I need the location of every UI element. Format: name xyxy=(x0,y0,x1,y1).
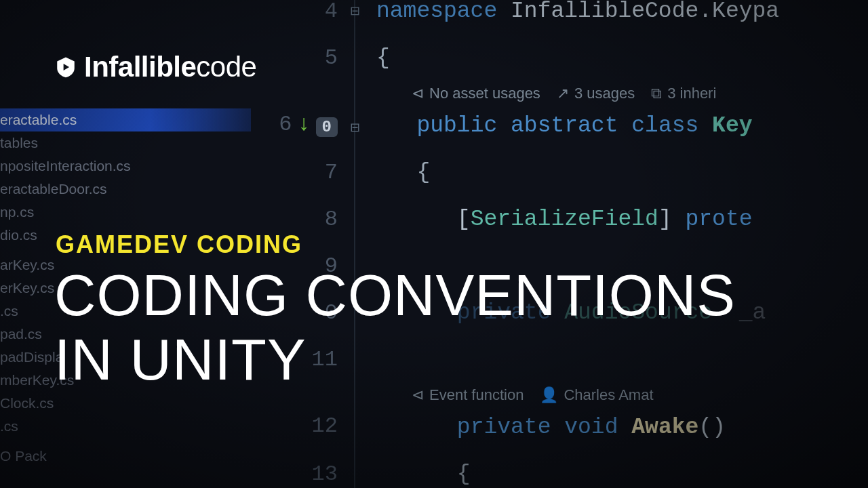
usage-count-badge: 0 xyxy=(316,117,338,137)
line-number: 7 xyxy=(264,149,346,196)
code-line: namespace InfallibleCode.Keypa xyxy=(376,0,868,35)
line-number: 13 xyxy=(264,451,346,488)
code-lens[interactable]: ⊲No asset usages ↗3 usages ⧉3 inheri xyxy=(376,81,868,102)
file-item[interactable]: npositeInteraction.cs xyxy=(0,155,251,178)
code-editor[interactable]: namespace InfallibleCode.Keypa { ⊲No ass… xyxy=(376,0,868,488)
code-line: { xyxy=(376,451,868,488)
line-number: 6 ↓ 0 xyxy=(264,81,346,149)
title-text: CODING CONVENTIONS IN UNITY xyxy=(54,263,736,392)
file-item[interactable] xyxy=(0,438,251,445)
file-item[interactable]: np.cs xyxy=(0,201,251,224)
brand-text: Infalliblecode xyxy=(84,51,256,83)
line-number: 4 xyxy=(264,0,346,35)
line-number: 5 xyxy=(264,35,346,81)
file-item[interactable]: Clock.cs xyxy=(0,392,251,415)
file-item[interactable]: eractableDoor.cs xyxy=(0,178,251,201)
file-item[interactable]: O Pack xyxy=(0,445,251,468)
code-line: { xyxy=(376,149,868,196)
code-line: public abstract class Key xyxy=(376,102,868,149)
code-line: private void Awake() xyxy=(376,404,868,451)
file-item[interactable]: tables xyxy=(0,131,251,155)
overline-text: GAMEDEV CODING xyxy=(56,230,302,259)
fold-toggle-icon[interactable]: ⊟ xyxy=(348,4,361,18)
brand-logo: Infalliblecode xyxy=(54,51,256,83)
logo-mark-icon xyxy=(54,56,77,79)
line-number: 12 xyxy=(264,383,346,451)
external-link-icon: ↗ xyxy=(557,85,569,102)
file-item-selected[interactable]: eractable.cs xyxy=(0,108,251,131)
unity-icon: ⊲ xyxy=(412,85,424,102)
file-item[interactable]: .cs xyxy=(0,415,251,438)
fold-column xyxy=(354,0,355,488)
inherit-icon: ⧉ xyxy=(651,85,662,102)
code-line: [SerializeField] prote xyxy=(376,196,868,243)
fold-toggle-icon[interactable]: ⊟ xyxy=(348,121,361,134)
code-line: { xyxy=(376,35,868,81)
usage-arrow-icon: ↓ xyxy=(297,112,310,137)
